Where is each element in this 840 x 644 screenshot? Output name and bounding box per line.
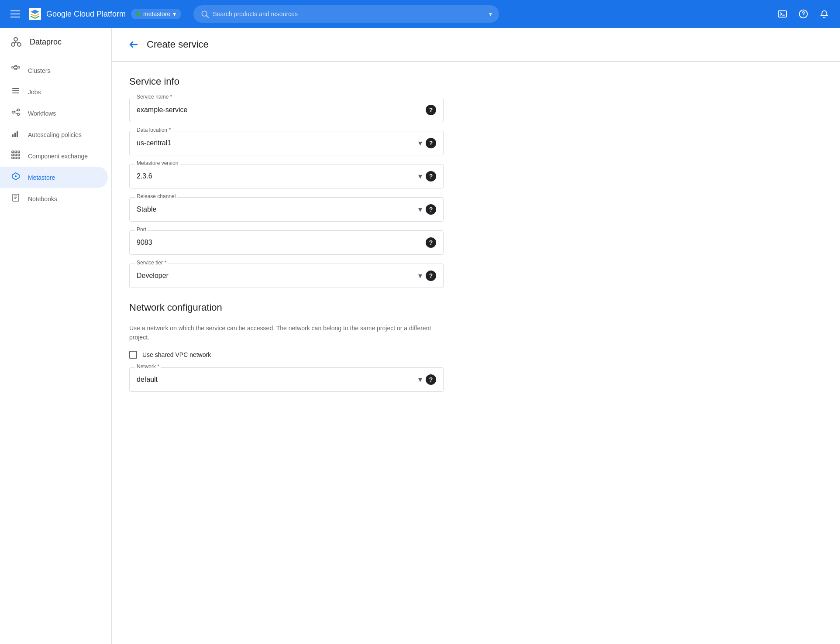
svg-point-7 (17, 43, 21, 46)
shared-vpc-row: Use shared VPC network (129, 351, 444, 359)
metastore-version-dropdown-icon[interactable]: ▾ (418, 171, 422, 181)
back-button[interactable] (126, 37, 141, 52)
svg-point-41 (15, 175, 17, 177)
svg-rect-38 (15, 157, 17, 159)
hamburger-menu[interactable] (7, 7, 24, 21)
svg-rect-28 (12, 134, 14, 137)
service-tier-help-icon[interactable]: ? (426, 271, 436, 281)
metastore-icon (10, 172, 21, 183)
sidebar-item-jobs[interactable]: Jobs (0, 81, 108, 103)
main-content: Create service Service info Service name… (112, 28, 840, 644)
search-expand-icon[interactable]: ▾ (489, 10, 492, 17)
project-name: metastore (143, 10, 170, 17)
svg-rect-42 (13, 194, 19, 201)
service-tier-container[interactable]: Service tier * Developer ▾ ? (129, 264, 444, 288)
service-name-label: Service name * (135, 94, 174, 100)
nav-actions (774, 5, 833, 23)
sidebar-item-metastore[interactable]: Metastore (0, 167, 108, 188)
help-icon[interactable] (795, 5, 812, 23)
svg-rect-29 (14, 133, 16, 137)
component-icon (10, 151, 21, 161)
sidebar-item-clusters[interactable]: Clusters (0, 60, 108, 81)
sidebar-app-name: Dataproc (30, 38, 62, 47)
shared-vpc-label: Use shared VPC network (142, 351, 211, 358)
port-field: Port ? (129, 230, 444, 255)
workflows-icon (10, 108, 21, 119)
svg-rect-14 (15, 69, 17, 70)
service-name-container: Service name * ? (129, 98, 444, 122)
svg-point-25 (17, 113, 20, 116)
data-location-container[interactable]: Data location * us-central1 ▾ ? (129, 131, 444, 155)
service-tier-dropdown-icon[interactable]: ▾ (418, 271, 422, 281)
svg-line-17 (14, 68, 15, 69)
svg-rect-15 (18, 67, 20, 68)
sidebar-item-notebooks[interactable]: Notebooks (0, 188, 108, 209)
network-actions: ▾ ? (418, 374, 436, 385)
release-channel-container[interactable]: Release channel Stable ▾ ? (129, 197, 444, 222)
data-location-help-icon[interactable]: ? (426, 138, 436, 148)
svg-rect-30 (17, 131, 18, 137)
svg-rect-31 (12, 151, 14, 153)
network-help-icon[interactable]: ? (426, 374, 436, 385)
network-section: Network configuration Use a network on w… (129, 302, 444, 392)
service-name-help-icon[interactable]: ? (426, 105, 436, 115)
release-channel-label: Release channel (135, 193, 177, 199)
svg-point-5 (803, 16, 804, 17)
shared-vpc-checkbox[interactable] (129, 351, 137, 359)
release-channel-actions: ▾ ? (418, 204, 436, 215)
project-selector[interactable]: metastore ▾ (131, 9, 181, 19)
svg-line-19 (17, 68, 18, 69)
sidebar-item-autoscaling[interactable]: Autoscaling policies (0, 124, 108, 145)
service-name-input[interactable] (137, 106, 426, 114)
sidebar-item-workflows[interactable]: Workflows (0, 103, 108, 124)
metastore-version-container[interactable]: Metastore version 2.3.6 ▾ ? (129, 164, 444, 188)
form-content: Service info Service name * ? Data locat… (112, 62, 461, 414)
search-bar[interactable]: ▾ (193, 5, 499, 23)
port-label: Port (135, 226, 148, 233)
network-field: Network * default ▾ ? (129, 367, 444, 392)
svg-line-27 (14, 113, 17, 114)
data-location-dropdown-icon[interactable]: ▾ (418, 138, 422, 148)
sidebar-item-clusters-label: Clusters (28, 67, 50, 74)
port-container: Port ? (129, 230, 444, 255)
release-channel-field: Release channel Stable ▾ ? (129, 197, 444, 222)
search-input[interactable] (213, 10, 485, 17)
service-tier-value: Developer (137, 272, 418, 280)
service-tier-label: Service tier * (135, 260, 168, 266)
release-channel-value: Stable (137, 206, 418, 213)
sidebar-item-autoscaling-label: Autoscaling policies (28, 131, 82, 138)
sidebar-header: Dataproc (0, 28, 111, 56)
data-location-field: Data location * us-central1 ▾ ? (129, 131, 444, 155)
notifications-icon[interactable] (816, 5, 833, 23)
app-title: Google Cloud Platform (46, 10, 126, 19)
network-dropdown-icon[interactable]: ▾ (418, 375, 422, 384)
dataproc-logo-icon (10, 35, 24, 49)
data-location-label: Data location * (135, 127, 172, 133)
network-container[interactable]: Network * default ▾ ? (129, 367, 444, 392)
project-dropdown-arrow: ▾ (173, 10, 176, 17)
svg-rect-32 (15, 151, 17, 153)
svg-rect-37 (12, 157, 14, 159)
port-help-icon[interactable]: ? (426, 237, 436, 248)
service-tier-actions: ▾ ? (418, 271, 436, 281)
network-value: default (137, 376, 418, 384)
network-description: Use a network on which the service can b… (129, 324, 444, 342)
sidebar-item-component[interactable]: Component exchange (0, 145, 108, 167)
page-title: Create service (147, 39, 209, 50)
svg-rect-13 (15, 65, 17, 67)
svg-rect-39 (18, 157, 20, 159)
release-channel-dropdown-icon[interactable]: ▾ (418, 205, 422, 214)
port-input[interactable] (137, 239, 426, 247)
sidebar-item-workflows-label: Workflows (28, 110, 56, 117)
svg-line-1 (207, 16, 209, 18)
svg-rect-35 (15, 154, 17, 156)
sidebar: Dataproc Clusters (0, 28, 112, 644)
project-status-dot (136, 12, 141, 16)
metastore-version-value: 2.3.6 (137, 172, 418, 180)
page-header: Create service (112, 28, 840, 62)
release-channel-help-icon[interactable]: ? (426, 204, 436, 215)
metastore-version-help-icon[interactable]: ? (426, 171, 436, 182)
sidebar-item-metastore-label: Metastore (28, 174, 55, 181)
terminal-icon[interactable] (774, 5, 791, 23)
sidebar-item-notebooks-label: Notebooks (28, 195, 57, 202)
